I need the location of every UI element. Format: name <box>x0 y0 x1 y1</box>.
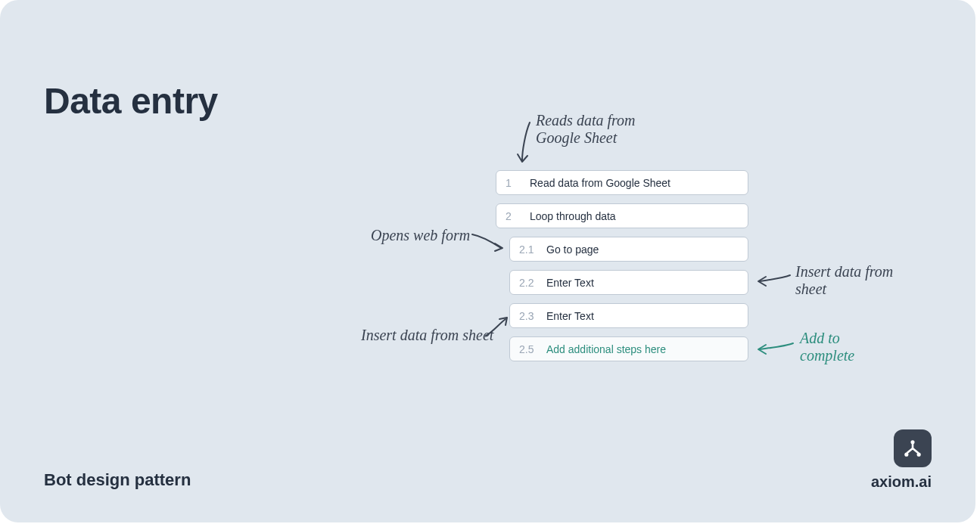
step-2-3: 2.3 Enter Text <box>509 303 748 328</box>
page-title: Data entry <box>44 80 218 122</box>
annotation-insert-left: Insert data from sheet <box>361 327 493 344</box>
step-2-2: 2.2 Enter Text <box>509 270 748 295</box>
annotation-insert-right: Insert data from sheet <box>795 263 893 298</box>
step-label: Read data from Google Sheet <box>530 177 670 189</box>
diagram-canvas: Data entry Bot design pattern 1 Read dat… <box>0 0 975 522</box>
annotation-add: Add to complete <box>800 330 854 364</box>
step-number: 2.3 <box>519 310 537 322</box>
step-number: 2 <box>506 210 521 222</box>
step-label: Loop through data <box>530 210 616 222</box>
logo-icon <box>902 438 923 459</box>
step-2-5: 2.5 Add additional steps here <box>509 336 748 361</box>
step-label: Enter Text <box>546 310 594 322</box>
arrow-insert-right-icon <box>755 272 793 289</box>
arrow-add-icon <box>755 339 796 357</box>
arrow-insert-left-icon <box>484 316 513 339</box>
brand-name: axiom.ai <box>871 473 932 491</box>
arrow-opens-icon <box>471 231 509 254</box>
step-number: 2.2 <box>519 277 537 289</box>
step-number: 1 <box>506 177 521 189</box>
step-label: Add additional steps here <box>546 343 666 355</box>
annotation-reads: Reads data from Google Sheet <box>536 112 635 147</box>
step-2-1: 2.1 Go to page <box>509 237 748 262</box>
annotation-opens: Opens web form <box>371 227 470 244</box>
step-1: 1 Read data from Google Sheet <box>496 170 748 195</box>
step-2: 2 Loop through data <box>496 203 748 228</box>
step-label: Enter Text <box>546 277 594 289</box>
brand-logo <box>894 429 932 467</box>
arrow-reads-icon <box>499 118 537 171</box>
step-number: 2.5 <box>519 343 537 355</box>
step-label: Go to page <box>546 243 599 256</box>
subtitle: Bot design pattern <box>44 470 191 490</box>
step-number: 2.1 <box>519 243 537 256</box>
